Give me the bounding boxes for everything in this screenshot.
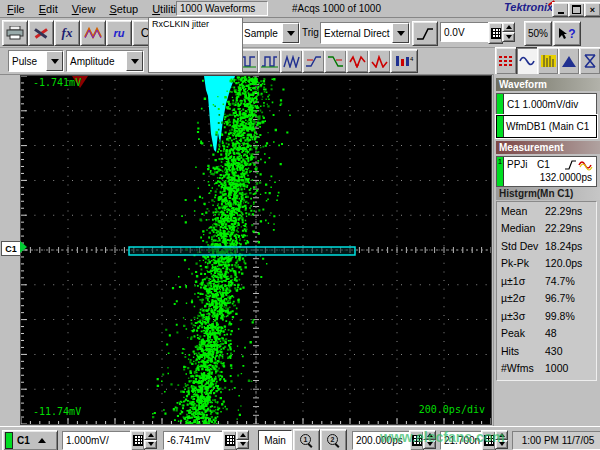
stat-row: Mean22.29ns — [497, 202, 596, 220]
graticule-graphics — [21, 76, 491, 424]
magnifier-2-icon: 2 — [327, 434, 340, 447]
top-voltage-label: -1.741mV — [33, 77, 81, 88]
display-waveform-button[interactable] — [80, 20, 106, 46]
measure-class-dropdown[interactable] — [46, 51, 63, 71]
restore-button[interactable] — [568, 2, 585, 17]
zoom-ru-button[interactable]: ru — [106, 20, 132, 46]
channel-color-stripe — [497, 94, 504, 114]
stat-row: Std Dev18.24ps — [497, 237, 596, 255]
measurement-header: Measurement — [496, 141, 600, 154]
stat-row: Peak48 — [497, 325, 596, 343]
close-icon: × — [590, 5, 595, 15]
measure-jitter1-button[interactable] — [346, 49, 369, 73]
spin-down-button[interactable] — [502, 32, 515, 42]
measure-class-value: Pulse — [9, 56, 46, 67]
rise-time-icon — [305, 55, 322, 68]
stat-value: 48 — [545, 327, 557, 339]
measure-jitter2-button[interactable] — [368, 49, 391, 73]
measure-type-dropdown[interactable] — [126, 51, 143, 71]
stat-value: 18.24ps — [545, 240, 582, 252]
math-fx-button[interactable]: fx — [54, 20, 80, 46]
color-grade-button[interactable] — [537, 47, 559, 75]
vertical-scale-keypad-button[interactable] — [130, 430, 145, 450]
menu-setup[interactable]: Setup — [102, 2, 145, 16]
measure-risetime-button[interactable] — [302, 49, 325, 73]
set-level-50-button[interactable]: 50% — [524, 21, 552, 46]
histogram-mode-button[interactable] — [558, 47, 580, 75]
spin-up-button[interactable] — [502, 22, 515, 32]
minimize-icon — [558, 12, 564, 14]
acquisition-mode-dropdown[interactable] — [282, 23, 299, 43]
waveform-db-item[interactable]: WfmDB1 (Main C1 — [496, 115, 597, 138]
spin-up-button[interactable] — [144, 430, 157, 440]
vertical-position-spinner[interactable] — [236, 430, 249, 449]
channel-scale-item[interactable]: C1 1.000mV/div — [496, 93, 597, 115]
measure-width-button[interactable] — [258, 49, 281, 73]
waveform-header: Waveform — [496, 78, 600, 91]
vertical-scale-field[interactable]: 1.000mV/ — [62, 431, 136, 450]
context-help-button[interactable]: ? — [553, 21, 581, 46]
fifty-percent-label: 50% — [528, 28, 548, 39]
arrow-down-icon — [506, 35, 512, 39]
scope-display[interactable]: -1.741mV -11.74mV 200.0ps/div — [20, 75, 492, 425]
minimize-button[interactable] — [552, 2, 569, 17]
magnifier-1-icon: 1 — [300, 434, 313, 447]
zoom-2-button[interactable]: 2 — [320, 429, 347, 450]
acquisition-mode-combo[interactable]: Sample — [240, 22, 300, 44]
trigger-source-dropdown[interactable] — [392, 23, 409, 43]
measure-falltime-button[interactable] — [324, 49, 347, 73]
measurement-color-stripe: 1 — [497, 157, 504, 186]
measure-type-combo[interactable]: Amplitude — [66, 50, 144, 72]
measurement-type-icon — [564, 159, 594, 171]
amplitude-icon — [283, 55, 300, 68]
stat-row: µ±2σ96.7% — [497, 290, 596, 308]
stat-value: 22.29ns — [545, 222, 582, 234]
acq-count-status: #Acqs 1000 of 1000 — [292, 3, 381, 14]
channel-marker[interactable]: C1 — [1, 241, 21, 256]
vertical-position-keypad-button[interactable] — [222, 430, 237, 450]
horizontal-mode-button[interactable]: Main — [258, 430, 292, 450]
tools-button[interactable] — [28, 20, 54, 46]
spin-down-button[interactable] — [236, 440, 249, 450]
printer-icon — [6, 26, 24, 40]
spin-down-button[interactable] — [144, 440, 157, 450]
trigger-slope-button[interactable] — [412, 21, 438, 46]
trig-label: Trig — [302, 27, 319, 38]
menu-file[interactable]: File — [0, 2, 32, 16]
zoom-1-button[interactable]: 1 — [293, 429, 320, 450]
rising-edge-icon — [415, 26, 435, 42]
chevron-down-icon — [397, 31, 405, 36]
channel-select-button[interactable]: C1 — [2, 430, 58, 450]
menu-view[interactable]: View — [65, 2, 103, 16]
channels-1234-icon: 4 — [394, 54, 414, 68]
waveforms-status-box: 1000 Waveforms — [176, 1, 268, 16]
measurement-item[interactable]: 1 PPJi C1 132.0000ps — [496, 156, 597, 187]
chevron-down-icon — [51, 59, 59, 64]
close-button[interactable]: × — [584, 2, 600, 17]
keypad-icon — [133, 435, 143, 446]
vertical-scale-spinner[interactable] — [144, 430, 157, 449]
pulse-width-icon — [261, 55, 278, 68]
measure-class-combo[interactable]: Pulse — [8, 50, 64, 72]
trigger-level-field[interactable]: 0.0V — [440, 22, 494, 42]
vertical-position-field[interactable]: -6.741mV — [163, 431, 229, 450]
waveform-icon — [84, 26, 102, 40]
db-color-stripe — [497, 116, 504, 137]
measure-multi-channel-button[interactable]: 4 — [390, 49, 418, 73]
measure-amplitude-button[interactable] — [280, 49, 303, 73]
waveform-display-button[interactable] — [516, 47, 538, 75]
sine-wave-icon — [519, 54, 535, 68]
spin-up-button[interactable] — [236, 430, 249, 440]
stat-label: Hits — [497, 345, 545, 357]
chevron-down-icon — [287, 31, 295, 36]
channel-color-chip — [5, 432, 13, 449]
mask-test-button[interactable] — [579, 47, 600, 75]
trigger-source-combo[interactable]: External Direct — [320, 22, 410, 44]
menu-edit[interactable]: Edit — [32, 2, 65, 16]
print-button[interactable] — [2, 20, 28, 46]
red-dashes-icon — [499, 54, 513, 68]
infinite-persistence-button[interactable] — [495, 47, 517, 75]
trigger-level-keypad-button[interactable] — [488, 22, 503, 44]
trigger-level-spinner[interactable] — [502, 22, 515, 42]
channel-marker-arrow-icon — [20, 241, 27, 253]
